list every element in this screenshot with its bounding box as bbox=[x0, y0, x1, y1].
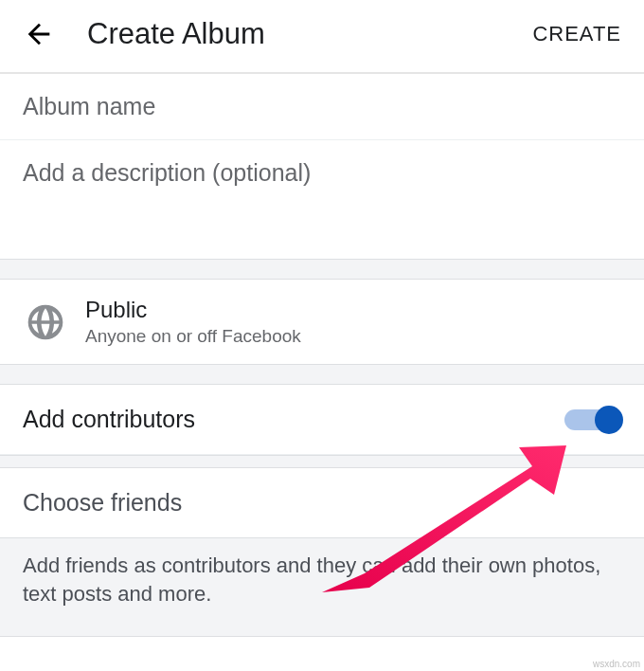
header: Create Album CREATE bbox=[0, 0, 644, 74]
add-contributors-label: Add contributors bbox=[23, 406, 564, 433]
page-title: Create Album bbox=[87, 17, 532, 51]
section-gap bbox=[0, 259, 644, 280]
album-fields-section: Album name Add a description (optional) bbox=[0, 74, 644, 259]
album-name-input[interactable]: Album name bbox=[0, 74, 644, 140]
arrow-left-icon bbox=[23, 18, 55, 50]
privacy-selector[interactable]: Public Anyone on or off Facebook bbox=[0, 280, 644, 364]
description-input[interactable]: Add a description (optional) bbox=[0, 140, 644, 259]
create-button[interactable]: CREATE bbox=[532, 22, 621, 46]
section-gap bbox=[0, 364, 644, 385]
watermark: wsxdn.com bbox=[593, 659, 640, 669]
privacy-text: Public Anyone on or off Facebook bbox=[85, 297, 301, 347]
back-button[interactable] bbox=[23, 18, 64, 50]
section-gap bbox=[0, 455, 644, 468]
privacy-title: Public bbox=[85, 297, 301, 323]
choose-friends-label: Choose friends bbox=[23, 489, 621, 517]
choose-friends-row[interactable]: Choose friends bbox=[0, 468, 644, 537]
contributors-helper-text: Add friends as contributors and they can… bbox=[0, 537, 644, 637]
globe-icon bbox=[23, 299, 68, 345]
privacy-subtitle: Anyone on or off Facebook bbox=[85, 326, 301, 347]
toggle-knob bbox=[595, 406, 623, 434]
contributors-toggle[interactable] bbox=[564, 407, 621, 433]
add-contributors-row: Add contributors bbox=[0, 385, 644, 455]
